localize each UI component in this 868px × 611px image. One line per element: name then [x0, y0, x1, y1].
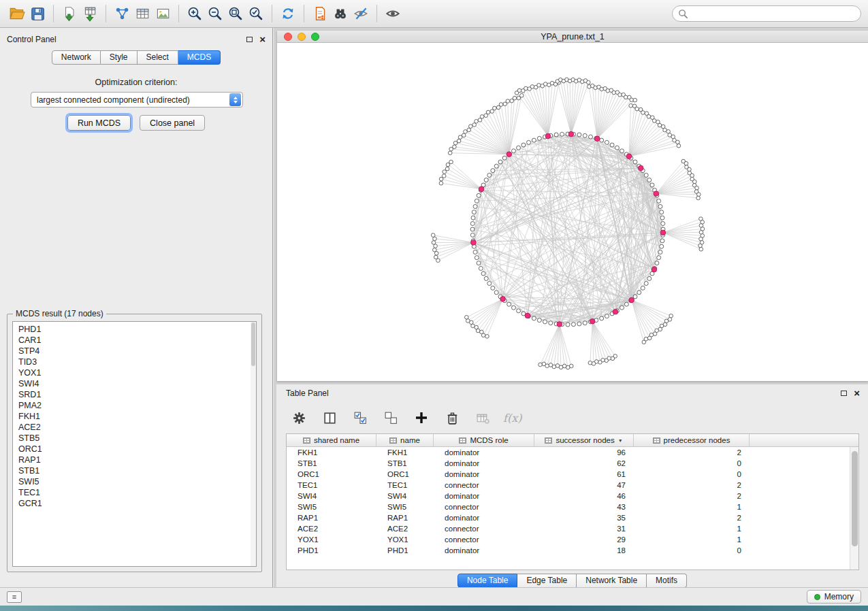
table-cell[interactable]: 1: [634, 534, 750, 545]
add-column-button[interactable]: [411, 408, 432, 428]
table-cell[interactable]: YOX1: [376, 534, 434, 545]
close-panel-icon[interactable]: ×: [259, 36, 266, 43]
table-cell[interactable]: SWI5: [376, 501, 434, 512]
table-cell[interactable]: connector: [434, 534, 534, 545]
table-cell[interactable]: 18: [534, 545, 634, 556]
table-cell[interactable]: dominator: [434, 469, 534, 480]
table-cell[interactable]: 1: [634, 523, 750, 534]
list-item[interactable]: SWI4: [13, 378, 256, 389]
table-cell[interactable]: 2: [634, 512, 750, 523]
table-row[interactable]: SWI5SWI5connector431: [287, 501, 858, 512]
list-item[interactable]: FKH1: [13, 411, 256, 422]
tab-mcds[interactable]: MCDS: [178, 50, 221, 65]
deselect-all-button[interactable]: [381, 408, 401, 428]
export-network-button[interactable]: [310, 3, 330, 24]
table-cell[interactable]: FKH1: [376, 447, 434, 458]
table-cell[interactable]: dominator: [434, 491, 534, 501]
table-cell[interactable]: YOX1: [287, 534, 376, 545]
table-cell[interactable]: ACE2: [376, 523, 434, 534]
zoom-fit-button[interactable]: [225, 3, 246, 24]
table-cell[interactable]: 0: [634, 458, 750, 469]
memory-button[interactable]: Memory: [807, 590, 861, 604]
table-cell[interactable]: ORC1: [376, 469, 434, 480]
new-table-button[interactable]: [132, 3, 152, 24]
column-header-shared-name[interactable]: shared name: [287, 434, 376, 446]
table-row[interactable]: PHD1PHD1dominator180: [287, 545, 858, 556]
table-cell[interactable]: connector: [434, 523, 534, 534]
search-input[interactable]: [688, 9, 855, 18]
table-cell[interactable]: 62: [534, 458, 634, 469]
close-table-panel-icon[interactable]: ×: [854, 390, 860, 397]
search-box[interactable]: [672, 5, 861, 22]
table-cell[interactable]: connector: [434, 480, 534, 491]
window-minimize-icon[interactable]: [298, 33, 306, 41]
table-cell[interactable]: dominator: [434, 447, 534, 458]
list-item[interactable]: SWI5: [13, 476, 256, 487]
float-table-panel-icon[interactable]: [841, 391, 847, 396]
column-header-successor-nodes[interactable]: successor nodes▼: [534, 434, 634, 446]
tab-network-table[interactable]: Network Table: [577, 574, 647, 588]
delete-table-button[interactable]: [472, 408, 493, 428]
tab-select[interactable]: Select: [138, 50, 178, 65]
table-cell[interactable]: 0: [634, 545, 750, 556]
save-session-button[interactable]: [27, 3, 48, 24]
table-row[interactable]: FKH1FKH1dominator962: [287, 447, 858, 458]
table-cell[interactable]: 31: [534, 523, 634, 534]
tab-style[interactable]: Style: [101, 50, 138, 65]
list-item[interactable]: RAP1: [13, 455, 256, 465]
close-panel-button[interactable]: Close panel: [140, 115, 205, 131]
list-item[interactable]: SRD1: [13, 389, 256, 400]
mcds-list-scrollbar[interactable]: [251, 322, 256, 566]
list-item[interactable]: TEC1: [13, 487, 256, 498]
table-cell[interactable]: TEC1: [287, 480, 376, 491]
column-header-name[interactable]: name: [376, 434, 434, 446]
network-window-titlebar[interactable]: YPA_prune.txt_1: [277, 31, 868, 43]
new-network-button[interactable]: [112, 3, 132, 24]
table-cell[interactable]: 0: [634, 469, 750, 480]
table-cell[interactable]: RAP1: [287, 512, 376, 523]
import-file-button[interactable]: [59, 3, 80, 24]
table-row[interactable]: ORC1ORC1dominator610: [287, 469, 858, 480]
list-item[interactable]: PHD1: [13, 324, 256, 335]
tab-node-table[interactable]: Node Table: [457, 574, 518, 588]
search-network-button[interactable]: [330, 3, 351, 24]
list-item[interactable]: STB1: [13, 465, 256, 476]
table-row[interactable]: SWI4SWI4dominator462: [287, 491, 858, 501]
table-cell[interactable]: 2: [634, 447, 750, 458]
table-settings-button[interactable]: [289, 408, 309, 428]
table-cell[interactable]: TEC1: [376, 480, 434, 491]
list-item[interactable]: ORC1: [13, 444, 256, 455]
import-table-button[interactable]: [80, 3, 100, 24]
float-panel-icon[interactable]: [246, 37, 253, 42]
run-mcds-button[interactable]: Run MCDS: [67, 115, 131, 131]
list-item[interactable]: TID3: [13, 357, 256, 367]
column-header-predecessor-nodes[interactable]: predecessor nodes: [634, 434, 750, 446]
table-cell[interactable]: dominator: [434, 458, 534, 469]
zoom-selected-button[interactable]: [246, 3, 266, 24]
table-cell[interactable]: 35: [534, 512, 634, 523]
optimization-dropdown[interactable]: largest connected component (undirected): [31, 92, 243, 108]
delete-column-button[interactable]: [442, 408, 462, 428]
list-item[interactable]: GCR1: [13, 498, 256, 509]
table-scrollbar[interactable]: [850, 447, 858, 569]
table-cell[interactable]: PHD1: [287, 545, 376, 556]
export-image-button[interactable]: [152, 3, 173, 24]
table-row[interactable]: TEC1TEC1connector472: [287, 480, 858, 491]
table-cell[interactable]: 47: [534, 480, 634, 491]
list-item[interactable]: YOX1: [13, 367, 256, 378]
list-item[interactable]: PMA2: [13, 400, 256, 411]
table-cell[interactable]: 61: [534, 469, 634, 480]
table-cell[interactable]: PHD1: [376, 545, 434, 556]
window-close-icon[interactable]: [284, 33, 292, 41]
window-zoom-icon[interactable]: [311, 33, 319, 41]
list-item[interactable]: STP4: [13, 346, 256, 357]
table-cell[interactable]: connector: [434, 501, 534, 512]
table-cell[interactable]: ORC1: [287, 469, 376, 480]
show-details-button[interactable]: [383, 3, 403, 24]
column-header-MCDS-role[interactable]: MCDS role: [434, 434, 534, 446]
table-cell[interactable]: SWI4: [287, 491, 376, 501]
table-row[interactable]: STB1STB1dominator620: [287, 458, 858, 469]
tab-network[interactable]: Network: [52, 50, 101, 65]
function-builder-button[interactable]: f(x): [503, 412, 521, 425]
table-cell[interactable]: 29: [534, 534, 634, 545]
